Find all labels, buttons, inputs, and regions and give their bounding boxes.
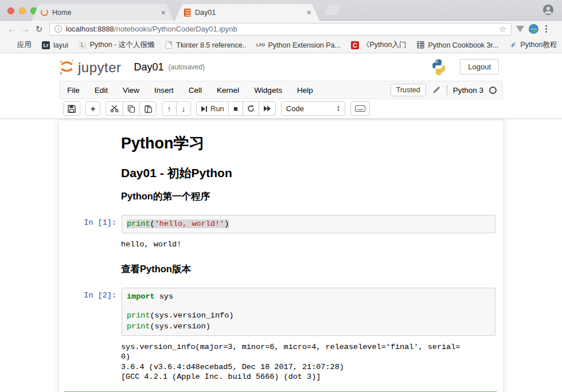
bookmark-star-icon[interactable]: ☆ [499, 24, 506, 34]
close-window-button[interactable] [7, 7, 14, 14]
move-cell-down-button[interactable]: ↓ [176, 101, 191, 116]
page-icon [166, 41, 172, 49]
save-button[interactable] [63, 101, 80, 116]
tab-home[interactable]: Home × [32, 4, 174, 21]
bookmark-label: Python Cookbook 3r... [428, 41, 498, 49]
bookmark-layui[interactable]: Lr layui [42, 41, 68, 49]
jupyter-logo-icon [59, 58, 75, 76]
bookmark-python-intro[interactable]: C 《Python入门 [351, 40, 406, 50]
markdown-cell-first-program[interactable]: Python的第一个程序 [64, 190, 497, 203]
menu-file[interactable]: File [60, 86, 87, 95]
jupyter-logo-word: jupyter [78, 60, 122, 76]
layui-icon: Lr [42, 41, 50, 49]
menu-edit[interactable]: Edit [87, 86, 115, 95]
close-tab-icon[interactable]: × [307, 9, 311, 17]
cut-cell-button[interactable] [106, 101, 123, 116]
heading-python-study: Python学习 [121, 133, 497, 154]
menu-cell[interactable]: Cell [181, 86, 209, 95]
notebook-container: Python学习 Day01 - 初始Python Python的第一个程序 I… [59, 120, 503, 392]
lfd-icon: LFD [257, 41, 265, 49]
restart-run-all-button[interactable] [259, 101, 276, 116]
menu-kernel[interactable]: Kernel [209, 86, 247, 95]
divider [447, 85, 447, 95]
output-line: 3.6.4 (v3.6.4:d48ecebad5, Dec 18 2017, 2… [121, 362, 496, 373]
book-icon [417, 41, 424, 49]
forward-icon[interactable]: → [18, 24, 32, 34]
edit-pencil-icon [432, 85, 441, 95]
page-info-icon[interactable]: i [54, 25, 62, 33]
letter-l-icon: L [79, 41, 87, 49]
command-palette-button[interactable] [350, 101, 370, 116]
menu-row: File Edit View Insert Cell Kernel Widget… [0, 81, 562, 99]
jupyter-logo[interactable]: jupyter [59, 58, 122, 76]
menu-view[interactable]: View [115, 86, 147, 95]
add-cell-button[interactable]: + [85, 101, 100, 116]
tab-title: Day01 [195, 9, 292, 17]
logout-button[interactable]: Logout [460, 59, 499, 75]
bookmark-tkinter[interactable]: Tkinter 8.5 reference.. [165, 41, 246, 49]
markdown-cell-day01[interactable]: Day01 - 初始Python [64, 165, 497, 181]
bookmark-python-blog[interactable]: L Python - 这个人很懒 [79, 40, 155, 50]
autosave-status: (autosaved) [169, 63, 205, 71]
output-line: [GCC 4.2.1 (Apple Inc. build 5666) (dot … [121, 372, 496, 382]
paste-cell-button[interactable] [139, 101, 157, 116]
output-text: hello, world! [121, 238, 496, 250]
address-bar[interactable]: i localhost:8888/notebooks/PythonCode/Da… [49, 23, 512, 36]
back-icon[interactable]: ← [5, 24, 18, 34]
jupyter-favicon [41, 9, 48, 16]
kernel-idle-indicator-icon [489, 87, 497, 94]
refresh-icon[interactable]: ↻ [32, 24, 46, 34]
cell-type-dropdown[interactable]: Code ▲▼ [281, 101, 345, 116]
menu-help[interactable]: Help [290, 86, 321, 95]
url-host: localhost:8888 [66, 25, 114, 33]
heading-first-program: Python的第一个程序 [121, 190, 497, 203]
markdown-cell-version[interactable]: 查看Python版本 [64, 263, 497, 276]
bookmark-python-tutorial[interactable]: Python教程 [509, 40, 557, 50]
profile-avatar-icon[interactable] [542, 3, 555, 16]
window-controls [7, 7, 37, 14]
run-label: Run [210, 104, 224, 113]
save-floppy-icon [68, 105, 76, 113]
bookmark-label: Tkinter 8.5 reference.. [176, 41, 246, 49]
menu-widgets[interactable]: Widgets [247, 86, 290, 95]
extension-globe-icon[interactable] [529, 24, 538, 34]
bookmark-apps[interactable]: 应用 [6, 40, 32, 50]
bookmark-python-cookbook[interactable]: Python Cookbook 3r... [416, 41, 498, 49]
cell-type-value: Code [286, 104, 304, 113]
stop-icon: ■ [233, 104, 238, 113]
code-input[interactable]: import sys print(sys.version_info) print… [122, 288, 495, 336]
minimize-window-button[interactable] [19, 7, 26, 14]
new-tab-button[interactable] [325, 5, 340, 15]
red-c-icon: C [351, 41, 359, 49]
copy-cell-button[interactable] [123, 101, 140, 116]
browser-toolbar: ← → ↻ i localhost:8888/notebooks/PythonC… [0, 21, 562, 37]
bookmark-label: 应用 [17, 40, 32, 50]
extension-v-icon[interactable] [516, 26, 524, 32]
chrome-menu-icon[interactable] [545, 25, 547, 33]
menu-insert[interactable]: Insert [147, 86, 181, 95]
run-cell-button[interactable]: Run [196, 101, 229, 116]
code-cell-2[interactable]: In [2]: import sys print(sys.version_inf… [64, 286, 497, 338]
bookmark-python-extension[interactable]: LFD Python Extension Pa... [257, 41, 341, 49]
trusted-button[interactable]: Trusted [391, 84, 426, 96]
interrupt-kernel-button[interactable]: ■ [228, 101, 243, 116]
restart-icon [247, 105, 255, 112]
code-input[interactable]: print('hello, world!') [122, 215, 495, 233]
markdown-cell-title[interactable]: Python学习 [64, 133, 497, 154]
move-cell-up-button[interactable]: ↑ [162, 101, 177, 116]
scissors-icon [110, 105, 119, 112]
code-cell-1[interactable]: In [1]: print('hello, world!') [64, 213, 497, 235]
notebook-favicon [184, 9, 191, 17]
tab-day01[interactable]: Day01 × [175, 4, 319, 21]
notebook-title[interactable]: Day01 [134, 61, 164, 73]
bookmark-label: Python Extension Pa... [268, 41, 341, 49]
restart-kernel-button[interactable] [243, 101, 259, 116]
heading-day01: Day01 - 初始Python [121, 165, 497, 181]
close-tab-icon[interactable]: × [161, 9, 166, 17]
browser-tab-strip: Home × Day01 × [0, 0, 562, 21]
bookmark-label: Python - 这个人很懒 [90, 40, 155, 50]
paste-icon [144, 105, 152, 113]
heading-check-version: 查看Python版本 [121, 263, 497, 276]
notebook-toolbar: + ↑ ↓ [0, 99, 562, 119]
python-logo-icon [430, 58, 447, 76]
